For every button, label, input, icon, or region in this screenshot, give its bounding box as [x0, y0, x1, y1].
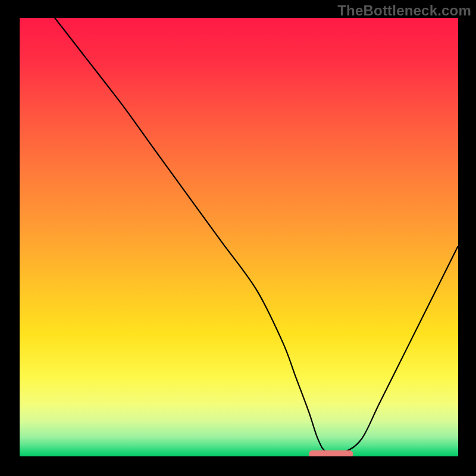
- chart-container: TheBottleneck.com: [0, 0, 476, 476]
- watermark-text: TheBottleneck.com: [337, 2, 471, 19]
- axes-frame: [18, 18, 458, 458]
